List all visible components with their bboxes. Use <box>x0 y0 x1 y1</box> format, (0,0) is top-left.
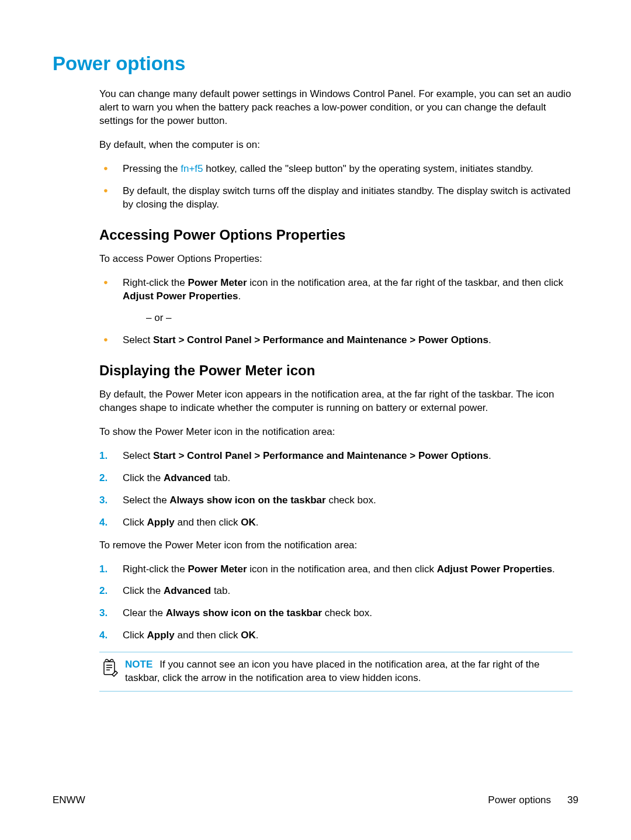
text: Pressing the <box>123 163 181 174</box>
text: check box. <box>326 495 376 506</box>
bold-text: Power Meter <box>188 277 247 288</box>
list-item: Select the Always show icon on the taskb… <box>99 494 573 507</box>
note-callout: NOTEIf you cannot see an icon you have p… <box>99 652 573 692</box>
list-item: By default, the display switch turns off… <box>99 185 573 212</box>
list-item: Click Apply and then click OK. <box>99 629 573 642</box>
text: hotkey, called the "sleep button" by the… <box>203 163 533 174</box>
list-item: Select Start > Control Panel > Performan… <box>99 334 573 347</box>
page-title: Power options <box>53 53 578 75</box>
page-number: 39 <box>567 794 578 806</box>
text: . <box>552 564 555 575</box>
text: Select <box>123 450 153 461</box>
text: and then click <box>175 517 241 528</box>
list-item: Clear the Always show icon on the taskba… <box>99 607 573 620</box>
bold-text: Advanced <box>164 585 211 596</box>
svg-rect-0 <box>104 662 115 675</box>
footer-section-title: Power options <box>488 794 567 806</box>
bold-text: Power Meter <box>188 564 247 575</box>
page-footer: ENWW Power options 39 <box>53 794 578 806</box>
bold-text: Always show icon on the taskbar <box>166 607 322 618</box>
bold-text: Adjust Power Properties <box>437 564 552 575</box>
text: icon in the notification area, at the fa… <box>247 277 564 288</box>
section-displaying-title: Displaying the Power Meter icon <box>99 361 573 380</box>
text: Select <box>123 334 153 345</box>
bold-text: Always show icon on the taskbar <box>169 495 325 506</box>
displaying-intro: By default, the Power Meter icon appears… <box>99 388 573 415</box>
bold-text: OK <box>241 517 256 528</box>
text: check box. <box>322 607 372 618</box>
bold-text: Adjust Power Properties <box>123 291 238 302</box>
bold-text: Apply <box>147 630 175 641</box>
text: . <box>256 630 259 641</box>
footer-left: ENWW <box>53 794 85 806</box>
text: Click <box>123 517 147 528</box>
note-icon <box>99 658 125 677</box>
list-item: Click the Advanced tab. <box>99 585 573 598</box>
bold-text: Start > Control Panel > Performance and … <box>153 450 488 461</box>
show-steps: Select Start > Control Panel > Performan… <box>99 450 573 530</box>
text: . <box>238 291 241 302</box>
text: tab. <box>211 472 230 483</box>
list-item: Pressing the fn+f5 hotkey, called the "s… <box>99 163 573 176</box>
section-accessing-title: Accessing Power Options Properties <box>99 226 573 244</box>
text: Click the <box>123 472 164 483</box>
text: Click the <box>123 585 164 596</box>
remove-steps: Right-click the Power Meter icon in the … <box>99 563 573 643</box>
list-item: Select Start > Control Panel > Performan… <box>99 450 573 463</box>
note-label: NOTE <box>125 659 160 670</box>
list-item: Right-click the Power Meter icon in the … <box>99 563 573 576</box>
text: Right-click the <box>123 564 188 575</box>
text: Select the <box>123 495 169 506</box>
bold-text: OK <box>241 630 256 641</box>
text: icon in the notification area, and then … <box>247 564 437 575</box>
list-item: Click the Advanced tab. <box>99 472 573 485</box>
or-separator: – or – <box>146 312 573 325</box>
accessing-list: Right-click the Power Meter icon in the … <box>99 276 573 347</box>
by-default-label: By default, when the computer is on: <box>99 139 573 152</box>
accessing-intro: To access Power Options Properties: <box>99 253 573 266</box>
hotkey-link[interactable]: fn+f5 <box>181 163 203 174</box>
note-body: If you cannot see an icon you have place… <box>125 659 539 683</box>
text: . <box>488 450 491 461</box>
text: . <box>488 334 491 345</box>
text: Clear the <box>123 607 166 618</box>
text: Right-click the <box>123 277 188 288</box>
list-item: Right-click the Power Meter icon in the … <box>99 276 573 325</box>
text: and then click <box>175 630 241 641</box>
bold-text: Start > Control Panel > Performance and … <box>153 334 488 345</box>
show-intro: To show the Power Meter icon in the noti… <box>99 426 573 439</box>
intro-paragraph: You can change many default power settin… <box>99 88 573 128</box>
list-item: Click Apply and then click OK. <box>99 516 573 530</box>
text: . <box>256 517 259 528</box>
text: Click <box>123 630 147 641</box>
remove-intro: To remove the Power Meter icon from the … <box>99 539 573 552</box>
default-on-list: Pressing the fn+f5 hotkey, called the "s… <box>99 163 573 212</box>
text: tab. <box>211 585 230 596</box>
bold-text: Advanced <box>164 472 211 483</box>
bold-text: Apply <box>147 517 175 528</box>
